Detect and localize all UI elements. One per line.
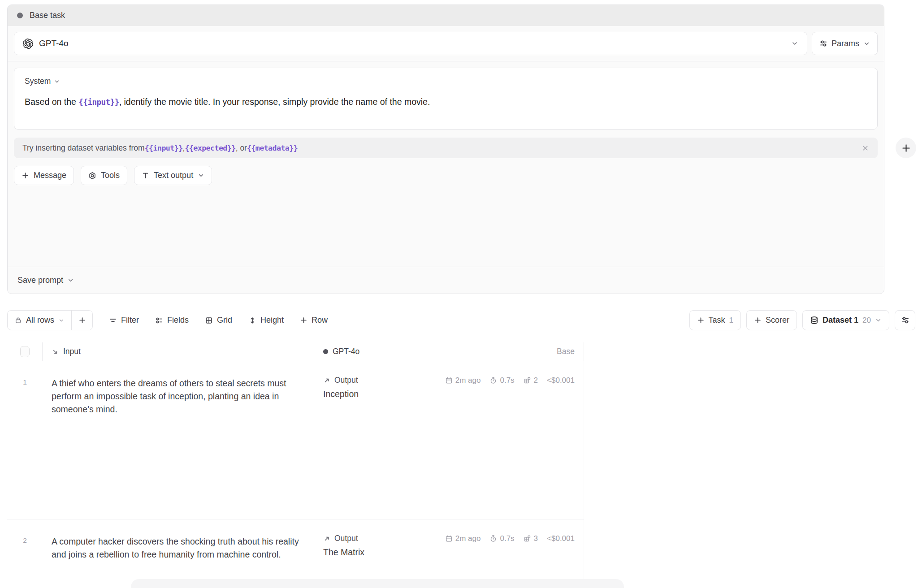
grid-icon <box>205 316 213 324</box>
save-prompt-button[interactable]: Save prompt <box>17 276 63 285</box>
arrow-up-right-icon <box>323 377 330 384</box>
prompt-editor-card[interactable]: System Based on the {{input}}, identify … <box>14 68 878 130</box>
rows-scope-group: All rows <box>7 310 93 330</box>
duration: 0.7s <box>489 534 514 543</box>
grid-settings-button[interactable] <box>895 310 915 330</box>
stopwatch-icon <box>489 376 497 384</box>
output-label: Output <box>334 376 358 385</box>
tools-label: Tools <box>101 171 120 180</box>
output-label: Output <box>334 534 358 543</box>
input-column-header[interactable]: Input <box>43 342 314 361</box>
cost: <$0.001 <box>547 534 575 543</box>
tokens-icon <box>524 376 531 384</box>
tokens-icon <box>524 535 531 542</box>
dataset-variables-hint: Try inserting dataset variables from {{i… <box>14 138 878 158</box>
table-header-row: Input GPT-4o Base <box>7 342 584 361</box>
input-cell[interactable]: A computer hacker discovers the shocking… <box>43 519 314 588</box>
all-rows-selector[interactable]: All rows <box>8 311 71 330</box>
task-panel-header: Base task <box>8 5 884 26</box>
hint-var-input: {{input}} <box>145 144 183 152</box>
token-count: 2 <box>524 376 538 385</box>
add-scorer-label: Scorer <box>766 316 789 325</box>
output-cell-header: Output 2m ago 0.7s <box>323 376 575 385</box>
table-row[interactable]: 1 A thief who enters the dreams of other… <box>7 361 584 519</box>
select-all-checkbox[interactable] <box>20 346 30 357</box>
openai-logo-icon <box>23 39 33 49</box>
plus-icon <box>697 316 705 324</box>
select-all-cell <box>7 342 43 361</box>
row-height-icon <box>248 316 256 324</box>
timestamp: 2m ago <box>445 376 481 385</box>
close-icon[interactable] <box>862 144 869 152</box>
dataset-count-badge: 20 <box>862 316 871 325</box>
add-scorer-button[interactable]: Scorer <box>746 310 797 330</box>
sliders-icon <box>901 316 909 324</box>
prompt-text[interactable]: Based on the {{input}}, identify the mov… <box>25 95 867 108</box>
params-label: Params <box>831 39 859 48</box>
base-task-panel: Base task GPT-4o Params <box>7 4 884 294</box>
prompt-text-after: , identify the movie title. In your resp… <box>119 97 430 107</box>
height-button[interactable]: Height <box>242 311 290 330</box>
fields-icon <box>155 316 163 324</box>
dataset-selector[interactable]: Dataset 1 20 <box>802 310 889 330</box>
timestamp: 2m ago <box>445 534 481 543</box>
tools-icon <box>88 172 96 180</box>
output-cell[interactable]: Output 2m ago 0.7s <box>314 361 584 519</box>
plus-icon <box>22 172 29 179</box>
plus-icon <box>300 316 307 324</box>
panel-spacer <box>8 185 884 267</box>
grid-view-buttons: Filter Fields Grid Height <box>103 311 334 330</box>
hint-var-expected: {{expected}} <box>185 144 235 152</box>
input-cell[interactable]: A thief who enters the dreams of others … <box>43 361 314 519</box>
model-column-header[interactable]: GPT-4o Base <box>314 342 584 361</box>
panel-footer: Save prompt <box>8 267 884 294</box>
grid-button[interactable]: Grid <box>199 311 238 330</box>
add-row-button[interactable]: Row <box>294 311 334 330</box>
task-status-dot <box>17 13 23 18</box>
chevron-down-icon <box>54 78 60 85</box>
tools-button[interactable]: Tools <box>81 166 127 185</box>
chevron-down-icon <box>58 317 65 324</box>
plus-icon <box>78 316 86 324</box>
chevron-down-icon <box>875 317 882 324</box>
add-task-label: Task <box>709 316 725 325</box>
table-row[interactable]: 2 A computer hacker discovers the shocki… <box>7 519 584 588</box>
add-rows-scope-button[interactable] <box>72 311 92 330</box>
task-panel-title: Base task <box>30 11 65 20</box>
model-select[interactable]: GPT-4o <box>14 32 807 55</box>
add-task-button[interactable]: Task 1 <box>689 310 741 330</box>
horizontal-scrollbar[interactable] <box>131 579 624 588</box>
add-task-column-button[interactable] <box>896 138 916 158</box>
output-value: Inception <box>323 389 575 399</box>
model-name: GPT-4o <box>39 39 68 48</box>
grid-label: Grid <box>217 316 232 325</box>
plus-icon <box>754 316 762 324</box>
sliders-icon <box>819 39 827 48</box>
calendar-icon <box>445 535 453 542</box>
hint-sep: , or <box>236 143 247 153</box>
text-type-icon <box>142 172 149 179</box>
hint-text: Try inserting dataset variables from <box>22 143 145 153</box>
params-button[interactable]: Params <box>812 32 878 55</box>
cost: <$0.001 <box>547 376 575 385</box>
chevron-down-icon <box>863 40 870 47</box>
row-number: 2 <box>7 519 43 588</box>
add-message-button[interactable]: Message <box>14 166 74 185</box>
duration: 0.7s <box>489 376 514 385</box>
add-row-label: Row <box>312 316 328 325</box>
all-rows-label: All rows <box>26 316 54 325</box>
message-role-selector[interactable]: System <box>25 77 867 86</box>
fields-button[interactable]: Fields <box>149 311 195 330</box>
chevron-down-icon <box>791 40 798 47</box>
output-metadata: 2m ago 0.7s 2 <box>445 376 575 385</box>
arrow-up-right-icon <box>323 535 330 542</box>
filter-button[interactable]: Filter <box>103 311 145 330</box>
output-cell-header: Output 2m ago 0.7s <box>323 534 575 543</box>
output-cell[interactable]: Output 2m ago 0.7s <box>314 519 584 588</box>
model-column-label: GPT-4o <box>333 347 359 356</box>
message-role-label: System <box>25 77 51 86</box>
fields-label: Fields <box>167 316 189 325</box>
results-table: Input GPT-4o Base 1 A thief who enters t… <box>7 342 584 588</box>
text-output-button[interactable]: Text output <box>134 166 212 185</box>
chevron-down-icon[interactable] <box>67 277 74 284</box>
